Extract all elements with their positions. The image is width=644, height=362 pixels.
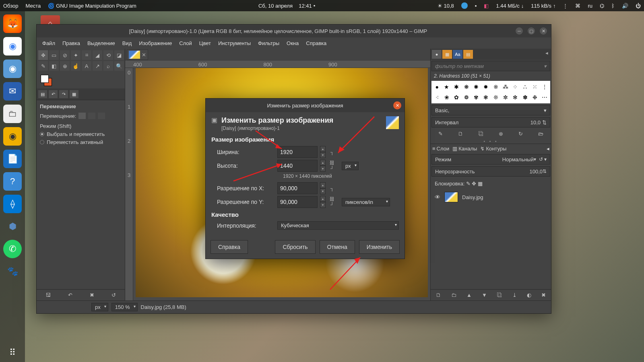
layer-merge-icon[interactable]: ⤓ — [512, 292, 517, 298]
text-tool[interactable]: A — [82, 61, 91, 71]
height-up[interactable]: ▲ — [320, 160, 326, 166]
move-selection-icon[interactable] — [88, 113, 95, 119]
pencil-tool[interactable]: ✎ — [38, 61, 48, 71]
menu-windows[interactable]: Окна — [283, 39, 302, 47]
size-unit-select[interactable]: px — [342, 162, 359, 170]
color-swatch[interactable] — [37, 72, 125, 88]
maximize-button[interactable]: ▢ — [528, 27, 535, 35]
network-icon[interactable]: ⌬ — [600, 3, 604, 9]
close-button[interactable]: ✕ — [540, 27, 547, 35]
res-unit-select[interactable]: пикселов/in — [342, 198, 390, 206]
menu-image[interactable]: Изображение — [136, 39, 175, 47]
layers-tab[interactable]: ≡ Слои — [432, 146, 449, 152]
layer-down-icon[interactable]: ▼ — [482, 292, 487, 298]
toolopt-restore-icon[interactable]: ↶ — [68, 292, 72, 298]
bluetooth-icon[interactable]: ᛒ — [611, 3, 615, 9]
lock-position-icon[interactable]: ✥ — [472, 181, 476, 187]
virtualbox-icon[interactable]: ⬢ — [3, 217, 22, 236]
picker-tool[interactable]: ⌕ — [103, 61, 113, 71]
activities[interactable]: Обзор — [3, 3, 19, 9]
tray-dots[interactable]: ⋮ — [563, 3, 568, 9]
zoom-tool[interactable]: 🔍 — [114, 61, 124, 71]
dock-menu-icon[interactable]: ◂ — [544, 50, 550, 59]
height-down[interactable]: ▼ — [320, 166, 326, 172]
layer-item[interactable]: 👁 Daisy.jpg — [431, 189, 551, 205]
images-tab[interactable]: ▦ — [70, 90, 78, 98]
layer-mask-icon[interactable]: ◐ — [527, 292, 531, 298]
gimp-icon[interactable]: 🐾 — [3, 262, 22, 281]
cancel-button[interactable]: Отмена — [320, 240, 355, 254]
path-tool[interactable]: ↗ — [93, 61, 102, 71]
window-titlebar[interactable]: [Daisy] (импортировано)-1.0 (Цвета RGB 8… — [37, 25, 551, 37]
brush-edit-icon[interactable]: ✎ — [438, 131, 443, 137]
radio-pick[interactable]: Выбрать и переместить — [40, 131, 122, 137]
radio-active[interactable]: Переместить активный — [40, 139, 122, 145]
brush-del-icon[interactable]: ⊗ — [499, 131, 503, 137]
brush-refresh-icon[interactable]: ↻ — [518, 131, 523, 137]
layer-group-icon[interactable]: 🗀 — [451, 292, 456, 298]
menu-select[interactable]: Выделение — [84, 39, 118, 47]
tab-close-icon[interactable]: ✕ — [142, 52, 146, 58]
height-input[interactable]: 1440 — [277, 160, 318, 172]
menu-file[interactable]: Файл — [39, 39, 58, 47]
unit-select[interactable]: px — [91, 303, 108, 311]
patterns-tab[interactable]: ▦ — [442, 50, 452, 59]
dialog-close-button[interactable]: ✕ — [393, 101, 401, 109]
brush-preset[interactable]: Basic,▾ — [431, 105, 550, 115]
reset-button[interactable]: Сбросить — [275, 240, 315, 254]
vscode-icon[interactable]: ⟠ — [3, 195, 22, 213]
opacity-field[interactable]: Непрозрачность100,0 ⇅ — [431, 166, 550, 177]
thunderbird-icon[interactable]: ✉ — [3, 82, 22, 101]
layer-name[interactable]: Daisy.jpg — [462, 194, 483, 200]
lock-alpha-icon[interactable]: ▦ — [478, 181, 483, 187]
toolopt-reset-icon[interactable]: ↺ — [111, 292, 116, 298]
firefox-icon[interactable]: 🦊 — [3, 14, 22, 33]
writer-icon[interactable]: 📄 — [3, 150, 22, 168]
device-tab[interactable]: ↶ — [49, 90, 58, 98]
lang-indicator[interactable]: ru — [588, 3, 592, 9]
width-down[interactable]: ▼ — [320, 152, 326, 158]
brushes-tab[interactable]: ● — [432, 50, 442, 59]
width-input[interactable]: 1920 — [277, 146, 318, 158]
crop-tool[interactable]: ⌗ — [82, 50, 91, 60]
res-chain-icon[interactable]: ⛓┘ — [328, 196, 336, 208]
blend-mode[interactable]: РежимНормальный ▾ ↺ ▾ — [431, 154, 550, 165]
rhythmbox-icon[interactable]: ◉ — [3, 127, 22, 146]
interp-select[interactable]: Кубическая — [277, 221, 399, 230]
eraser-tool[interactable]: ◧ — [49, 61, 59, 71]
files-icon[interactable]: 🗀 — [3, 105, 22, 123]
menu-help[interactable]: Справка — [303, 39, 330, 47]
fonts-tab[interactable]: Aa — [453, 50, 462, 59]
tray-icon[interactable]: ▪ — [475, 3, 477, 9]
layer-up-icon[interactable]: ▲ — [466, 292, 472, 298]
app-menu[interactable]: 🌀 GNU Image Manipulation Program — [48, 3, 136, 9]
menu-layer[interactable]: Слой — [176, 39, 195, 47]
a11y-icon[interactable]: ⌘ — [575, 3, 580, 9]
layers-menu-icon[interactable]: ◂ — [547, 146, 549, 152]
dialog-titlebar[interactable]: Изменить размер изображения ✕ — [206, 99, 405, 112]
resy-input[interactable]: 90,000 — [277, 196, 318, 208]
chromium-icon[interactable]: ◉ — [3, 60, 22, 78]
undo-tab[interactable]: ↷ — [59, 90, 68, 98]
clone-tool[interactable]: ⊕ — [60, 61, 70, 71]
layer-dup-icon[interactable]: ⿻ — [497, 292, 502, 298]
smudge-tool[interactable]: ☝ — [71, 61, 80, 71]
lock-pixels-icon[interactable]: ✎ — [466, 181, 471, 187]
show-apps-icon[interactable]: ⠿ — [3, 343, 22, 362]
menu-color[interactable]: Цвет — [196, 39, 214, 47]
help-button[interactable]: Справка — [211, 240, 248, 254]
brush-filter[interactable]: фильтр по меткам▾ — [431, 61, 550, 71]
qbit-icon[interactable] — [461, 2, 468, 9]
menu-edit[interactable]: Правка — [59, 39, 83, 47]
fuzzy-select-tool[interactable]: ✦ — [71, 50, 80, 60]
history-tab[interactable]: ▤ — [463, 50, 473, 59]
whatsapp-icon[interactable]: ✆ — [3, 240, 22, 258]
zoom-select[interactable]: 150 % — [111, 303, 138, 311]
menu-tools[interactable]: Инструменты — [215, 39, 254, 47]
image-tab[interactable]: ✕ — [127, 49, 148, 60]
scale-button[interactable]: Изменить — [359, 240, 400, 254]
weather-indicator[interactable]: ☀ 10,8 — [438, 3, 454, 9]
brush-grid[interactable]: ●★✱❋✺✹※⁂⁘∴⁙⋮ ⁖❀✿❁✾❃❊✼✻✽❉⋯ — [431, 81, 550, 103]
channels-tab[interactable]: ▥ Каналы — [452, 146, 477, 152]
rotate-tool[interactable]: ◢ — [93, 50, 102, 60]
